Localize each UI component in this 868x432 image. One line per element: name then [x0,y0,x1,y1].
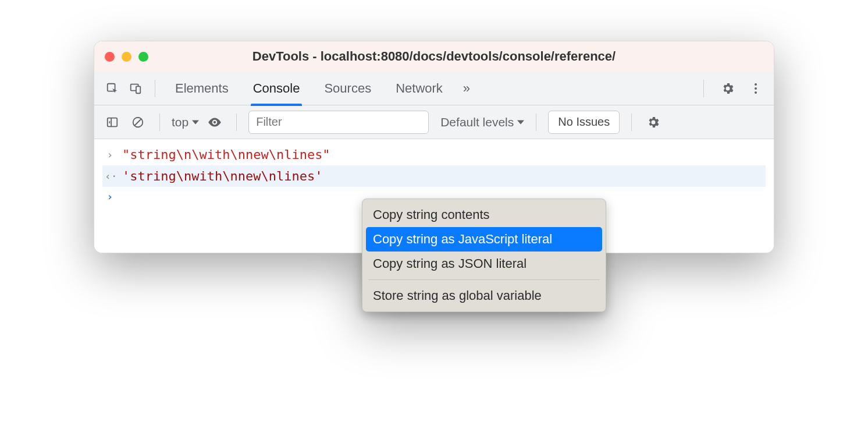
tab-console[interactable]: Console [243,72,311,105]
input-arrow-icon: › [105,148,115,161]
separator [159,114,160,131]
context-menu: Copy string contents Copy string as Java… [362,199,606,312]
devtools-window: DevTools - localhost:8080/docs/devtools/… [94,41,774,253]
maximize-icon[interactable] [138,52,148,62]
prompt-arrow-icon: › [105,190,115,203]
device-toolbar-icon[interactable] [126,79,145,98]
svg-line-8 [135,119,141,125]
separator [236,114,237,131]
settings-icon[interactable] [718,79,738,98]
svg-point-9 [214,121,216,123]
traffic-lights [105,52,148,62]
toggle-sidebar-icon[interactable] [102,112,122,132]
chevron-down-icon [517,119,524,126]
menu-copy-json-literal[interactable]: Copy string as JSON literal [366,252,602,276]
separator [536,114,536,131]
console-settings-icon[interactable] [643,112,663,132]
log-levels-selector[interactable]: Default levels [440,115,524,129]
console-input-line: › "string\n\with\nnew\nlines" [102,144,766,165]
svg-rect-2 [136,86,140,93]
window-title: DevTools - localhost:8080/docs/devtools/… [105,49,763,64]
separator [631,114,632,131]
filter-input[interactable] [248,111,429,134]
svg-point-5 [755,91,757,94]
select-element-icon[interactable] [102,79,122,98]
close-icon[interactable] [105,52,115,62]
console-toolbar: top Default levels No Issues [94,105,774,139]
separator [155,80,155,97]
console-output-text[interactable]: 'string\nwith\nnew\nlines' [122,169,322,183]
svg-point-3 [755,83,757,86]
menu-store-global[interactable]: Store string as global variable [366,284,602,308]
output-arrow-icon: ‹· [105,170,115,182]
tab-sources[interactable]: Sources [314,72,382,105]
separator [703,80,704,97]
clear-console-icon[interactable] [128,112,148,132]
menu-divider [368,279,600,280]
panel-tabs: Elements Console Sources Network [94,72,774,105]
kebab-menu-icon[interactable] [746,79,766,98]
console-input-text[interactable]: "string\n\with\nnew\nlines" [122,147,330,162]
tab-network[interactable]: Network [385,72,453,105]
titlebar: DevTools - localhost:8080/docs/devtools/… [94,41,774,72]
more-tabs-icon[interactable] [457,79,476,98]
console-output-line: ‹· 'string\nwith\nnew\nlines' [102,165,766,187]
menu-copy-contents[interactable]: Copy string contents [366,203,602,227]
context-selector[interactable]: top [172,115,199,129]
svg-point-4 [755,87,757,90]
svg-rect-6 [108,118,118,126]
chevron-down-icon [192,119,199,126]
tab-elements[interactable]: Elements [165,72,239,105]
menu-copy-js-literal[interactable]: Copy string as JavaScript literal [366,227,602,252]
live-expression-icon[interactable] [205,112,225,132]
minimize-icon[interactable] [122,52,131,62]
issues-button[interactable]: No Issues [548,111,620,134]
